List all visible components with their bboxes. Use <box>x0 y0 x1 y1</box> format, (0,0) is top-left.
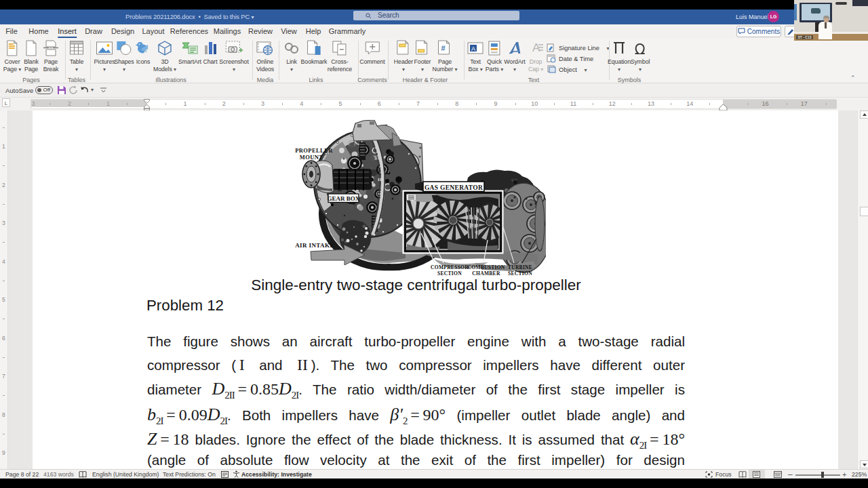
svg-text:GAS GENERATOR: GAS GENERATOR <box>425 184 483 191</box>
svg-text:TURBINE: TURBINE <box>508 264 532 270</box>
svg-text:A: A <box>471 45 475 52</box>
svg-text:COMBUSTION: COMBUSTION <box>467 264 505 270</box>
svg-text:CHAMBER: CHAMBER <box>472 270 500 277</box>
svg-text:AIR INTAKE: AIR INTAKE <box>295 242 334 249</box>
svg-text:MOUNT: MOUNT <box>300 154 323 161</box>
svg-text:GEAR BOX: GEAR BOX <box>328 195 360 202</box>
svg-text:#: # <box>441 44 446 52</box>
svg-text:COMPRESSOR: COMPRESSOR <box>431 264 469 270</box>
svg-text:PROPELLER: PROPELLER <box>295 147 333 154</box>
svg-text:SECTION: SECTION <box>508 270 532 277</box>
svg-text:SECTION: SECTION <box>437 270 462 277</box>
